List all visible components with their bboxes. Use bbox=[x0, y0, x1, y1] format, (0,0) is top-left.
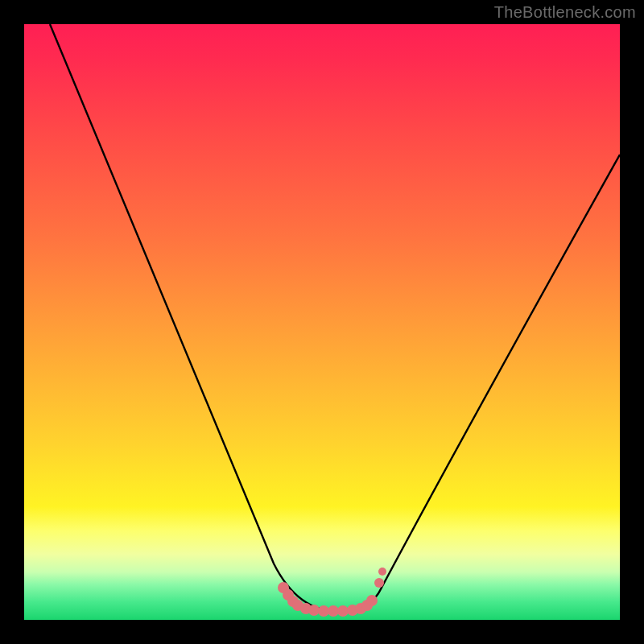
svg-point-8 bbox=[337, 605, 349, 617]
svg-point-13 bbox=[374, 578, 384, 588]
plot-area bbox=[24, 24, 620, 620]
curve-overlay bbox=[24, 24, 620, 620]
svg-point-14 bbox=[378, 568, 386, 576]
svg-point-5 bbox=[308, 605, 320, 616]
right-curve bbox=[340, 155, 620, 612]
svg-point-12 bbox=[366, 595, 378, 606]
left-curve bbox=[50, 24, 340, 612]
watermark-text: TheBottleneck.com bbox=[494, 3, 636, 22]
svg-point-6 bbox=[318, 605, 329, 617]
svg-point-7 bbox=[328, 605, 339, 617]
chart-frame: TheBottleneck.com bbox=[0, 0, 644, 644]
